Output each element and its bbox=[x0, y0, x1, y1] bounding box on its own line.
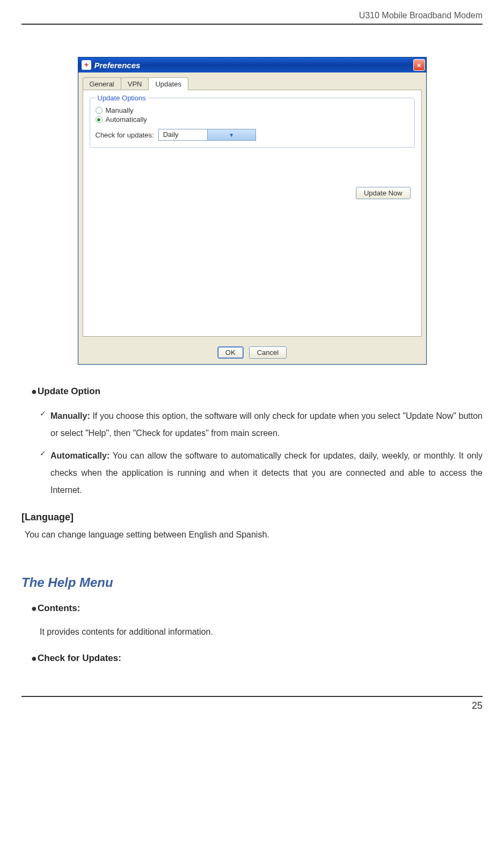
tab-updates[interactable]: Updates bbox=[148, 77, 188, 90]
button-label: OK bbox=[225, 348, 236, 357]
page-number: 25 bbox=[472, 700, 483, 711]
check-frequency-row: Check for updates: Daily ▼ bbox=[96, 129, 409, 141]
checkmark-icon: ✓ bbox=[40, 408, 50, 442]
automatically-desc: You can allow the software to automatica… bbox=[50, 451, 483, 495]
update-options-group: Update Options Manually Automatically bbox=[90, 98, 415, 148]
document-page: U310 Mobile Broadband Modem ✦ Preference… bbox=[0, 0, 504, 733]
bullet-update-option: ● Update Option bbox=[31, 386, 483, 397]
radio-manually[interactable] bbox=[96, 107, 103, 114]
bullet-list: ● Contents: bbox=[31, 603, 483, 614]
bullet-icon: ● bbox=[31, 386, 38, 397]
product-title: U310 Mobile Broadband Modem bbox=[359, 11, 483, 20]
bullet-icon: ● bbox=[31, 603, 38, 614]
tab-vpn[interactable]: VPN bbox=[121, 77, 149, 90]
window-title: Preferences bbox=[94, 61, 413, 70]
button-label: Update Now bbox=[364, 189, 403, 197]
bullet-title: Check for Updates: bbox=[38, 653, 483, 664]
checkmark-icon: ✓ bbox=[40, 447, 50, 499]
check-list: ✓ Manually: If you choose this option, t… bbox=[40, 408, 483, 499]
bullet-title: Update Option bbox=[38, 386, 483, 397]
close-button[interactable]: × bbox=[413, 59, 425, 71]
dialog-button-row: OK Cancel bbox=[78, 341, 426, 364]
page-header: U310 Mobile Broadband Modem bbox=[21, 11, 483, 25]
window-titlebar[interactable]: ✦ Preferences × bbox=[78, 57, 426, 72]
check-item-automatically: ✓ Automatically: You can allow the softw… bbox=[40, 447, 483, 499]
cancel-button[interactable]: Cancel bbox=[249, 346, 287, 359]
language-heading: [Language] bbox=[21, 512, 483, 523]
update-now-button[interactable]: Update Now bbox=[356, 187, 411, 199]
preferences-window: ✦ Preferences × General VPN Updates bbox=[78, 57, 427, 365]
radio-automatically-row[interactable]: Automatically bbox=[96, 115, 409, 124]
tab-label: Updates bbox=[155, 80, 181, 88]
help-menu-heading: The Help Menu bbox=[21, 575, 483, 590]
button-label: Cancel bbox=[257, 348, 279, 357]
bullet-list: ● Update Option bbox=[31, 386, 483, 397]
page-footer: 25 bbox=[21, 696, 483, 711]
app-icon: ✦ bbox=[82, 60, 91, 70]
group-legend: Update Options bbox=[96, 94, 148, 102]
bullet-list: ● Check for Updates: bbox=[31, 653, 483, 664]
frequency-combo[interactable]: Daily ▼ bbox=[158, 129, 256, 141]
tab-label: VPN bbox=[128, 80, 142, 88]
radio-automatically-label: Automatically bbox=[106, 115, 147, 124]
window-client: General VPN Updates Update Options bbox=[78, 72, 426, 341]
chevron-down-icon: ▼ bbox=[207, 129, 255, 140]
bullet-icon: ● bbox=[31, 653, 38, 664]
radio-manually-row[interactable]: Manually bbox=[96, 106, 409, 114]
manually-label: Manually: bbox=[50, 411, 90, 420]
manually-desc: If you choose this option, the software … bbox=[50, 411, 483, 438]
contents-text: It provides contents for additional info… bbox=[40, 624, 483, 640]
combo-value: Daily bbox=[159, 129, 207, 140]
automatically-label: Automatically: bbox=[50, 451, 109, 460]
tab-strip: General VPN Updates bbox=[83, 77, 422, 90]
tab-general[interactable]: General bbox=[83, 77, 121, 90]
language-text: You can change language setting between … bbox=[25, 527, 483, 543]
check-text: Automatically: You can allow the softwar… bbox=[50, 447, 483, 499]
figure-wrap: ✦ Preferences × General VPN Updates bbox=[21, 57, 483, 365]
radio-automatically[interactable] bbox=[96, 116, 103, 123]
check-item-manually: ✓ Manually: If you choose this option, t… bbox=[40, 408, 483, 442]
close-icon: × bbox=[417, 61, 421, 69]
ok-button[interactable]: OK bbox=[217, 346, 244, 359]
bullet-title: Contents: bbox=[38, 603, 483, 614]
group-inner: Manually Automatically Check for updates… bbox=[96, 106, 409, 141]
check-text: Manually: If you choose this option, the… bbox=[50, 408, 483, 442]
bullet-check-updates: ● Check for Updates: bbox=[31, 653, 483, 664]
tab-label: General bbox=[90, 80, 114, 88]
radio-manually-label: Manually bbox=[106, 106, 134, 114]
bullet-contents: ● Contents: bbox=[31, 603, 483, 614]
tab-panel-updates: Update Options Manually Automatically bbox=[83, 90, 422, 337]
check-frequency-label: Check for updates: bbox=[96, 131, 154, 139]
